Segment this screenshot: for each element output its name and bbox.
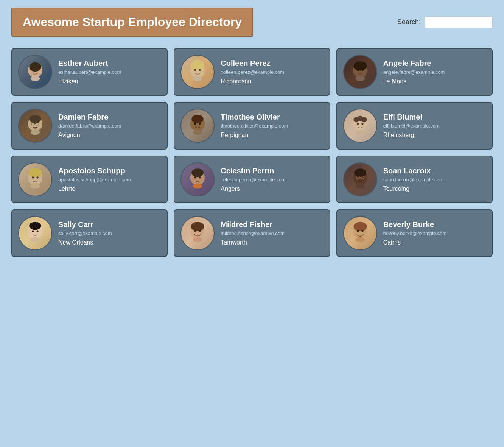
- employee-info: Celestin Perrin celestin.perrin@example.…: [221, 167, 285, 192]
- employee-card[interactable]: Mildred Fisher mildred.fisher@example.co…: [174, 209, 330, 257]
- avatar: [180, 55, 215, 89]
- svg-point-51: [32, 230, 34, 232]
- svg-point-36: [37, 176, 39, 178]
- app-title: Awesome Startup Employee Directory: [11, 8, 253, 37]
- svg-point-50: [29, 222, 41, 230]
- svg-point-14: [355, 76, 365, 81]
- employee-email: elfi.blumel@example.com: [383, 123, 440, 129]
- avatar: [343, 162, 377, 196]
- employee-card[interactable]: Beverly Burke beverly.burke@example.com …: [336, 209, 493, 257]
- employee-city: Le Mans: [383, 78, 445, 85]
- svg-point-58: [193, 237, 202, 243]
- avatar: [180, 216, 215, 250]
- svg-point-57: [199, 230, 201, 232]
- employee-email: esther.aubert@example.com: [58, 69, 121, 75]
- svg-point-1: [29, 62, 41, 72]
- employee-name: Soan Lacroix: [383, 167, 444, 175]
- employee-name: Celestin Perrin: [221, 167, 285, 175]
- svg-point-53: [31, 237, 40, 243]
- svg-point-2: [32, 69, 34, 71]
- employee-email: timothee.olivier@example.com: [221, 123, 288, 129]
- employee-city: Tamworth: [221, 239, 285, 246]
- search-area: Search:: [397, 17, 493, 28]
- svg-point-42: [193, 184, 202, 189]
- employee-email: angele.fabre@example.com: [383, 69, 445, 75]
- svg-point-37: [31, 184, 40, 189]
- svg-point-20: [31, 130, 40, 135]
- svg-point-40: [194, 176, 196, 178]
- employee-city: Richardson: [221, 78, 284, 85]
- employee-city: New Orleans: [58, 239, 112, 246]
- employee-info: Damien Fabre damien.fabre@example.com Av…: [58, 113, 121, 139]
- employee-directory-grid: Esther Aubert esther.aubert@example.com …: [0, 40, 504, 265]
- employee-email: celestin.perrin@example.com: [221, 177, 285, 182]
- employee-name: Esther Aubert: [58, 59, 121, 68]
- svg-point-25: [193, 130, 202, 135]
- search-input[interactable]: [425, 17, 493, 28]
- avatar: [343, 109, 377, 143]
- svg-point-22: [192, 115, 204, 123]
- employee-info: Colleen Perez colleen.perez@example.com …: [221, 59, 284, 85]
- svg-point-48: [355, 184, 365, 189]
- svg-point-30: [357, 123, 359, 125]
- employee-card[interactable]: Apostolos Schupp apostolos.schupp@exampl…: [11, 156, 168, 203]
- svg-point-60: [353, 222, 367, 231]
- employee-city: Rheinsberg: [383, 132, 440, 139]
- avatar: [18, 216, 52, 250]
- svg-point-4: [31, 76, 40, 81]
- svg-point-39: [192, 168, 204, 177]
- employee-name: Apostolos Schupp: [58, 167, 131, 175]
- employee-info: Apostolos Schupp apostolos.schupp@exampl…: [58, 167, 131, 192]
- svg-point-32: [355, 130, 365, 135]
- employee-email: mildred.fisher@example.com: [221, 231, 285, 236]
- svg-point-13: [361, 69, 363, 71]
- employee-card[interactable]: Elfi Blumel elfi.blumel@example.com Rhei…: [336, 102, 493, 150]
- employee-info: Mildred Fisher mildred.fisher@example.co…: [221, 220, 285, 246]
- employee-info: Angele Fabre angele.fabre@example.com Le…: [383, 59, 445, 85]
- employee-info: Elfi Blumel elfi.blumel@example.com Rhei…: [383, 113, 440, 139]
- svg-point-23: [194, 123, 196, 125]
- employee-card[interactable]: Sally Carr sally.carr@example.com New Or…: [11, 209, 168, 257]
- avatar: [180, 109, 215, 143]
- svg-point-55: [191, 222, 204, 231]
- employee-name: Colleen Perez: [221, 59, 284, 68]
- employee-info: Timothee Olivier timothee.olivier@exampl…: [221, 113, 288, 139]
- avatar: [343, 55, 377, 89]
- svg-point-29: [361, 117, 367, 122]
- svg-point-34: [29, 168, 42, 178]
- employee-card[interactable]: Angele Fabre angele.fabre@example.com Le…: [336, 48, 493, 96]
- svg-point-7: [194, 69, 196, 71]
- svg-point-6: [191, 60, 204, 71]
- svg-point-62: [361, 230, 363, 232]
- svg-point-41: [199, 176, 201, 178]
- svg-point-52: [37, 230, 39, 232]
- svg-point-3: [37, 69, 39, 71]
- svg-point-31: [361, 123, 363, 125]
- employee-name: Mildred Fisher: [221, 220, 285, 229]
- employee-city: Tourcoing: [383, 185, 444, 192]
- employee-email: soan.lacroix@example.com: [383, 177, 444, 182]
- employee-city: Cairns: [383, 239, 447, 246]
- employee-city: Etziken: [58, 78, 121, 85]
- svg-point-44: [354, 168, 366, 177]
- svg-point-35: [32, 176, 34, 178]
- employee-name: Elfi Blumel: [383, 113, 440, 121]
- employee-card[interactable]: Soan Lacroix soan.lacroix@example.com To…: [336, 156, 493, 203]
- employee-city: Perpignan: [221, 132, 288, 139]
- employee-city: Lehrte: [58, 185, 131, 192]
- employee-card[interactable]: Colleen Perez colleen.perez@example.com …: [174, 48, 330, 96]
- employee-card[interactable]: Timothee Olivier timothee.olivier@exampl…: [174, 102, 330, 150]
- employee-info: Beverly Burke beverly.burke@example.com …: [383, 220, 447, 246]
- svg-point-24: [199, 123, 201, 125]
- employee-info: Sally Carr sally.carr@example.com New Or…: [58, 220, 112, 246]
- employee-info: Soan Lacroix soan.lacroix@example.com To…: [383, 167, 444, 192]
- employee-card[interactable]: Celestin Perrin celestin.perrin@example.…: [174, 156, 330, 203]
- employee-email: apostolos.schupp@example.com: [58, 177, 131, 182]
- employee-name: Damien Fabre: [58, 113, 121, 121]
- svg-point-12: [357, 69, 359, 71]
- employee-name: Beverly Burke: [383, 220, 447, 229]
- employee-card[interactable]: Damien Fabre damien.fabre@example.com Av…: [11, 102, 168, 150]
- employee-email: colleen.perez@example.com: [221, 69, 284, 75]
- avatar: [18, 109, 52, 143]
- employee-card[interactable]: Esther Aubert esther.aubert@example.com …: [11, 48, 168, 96]
